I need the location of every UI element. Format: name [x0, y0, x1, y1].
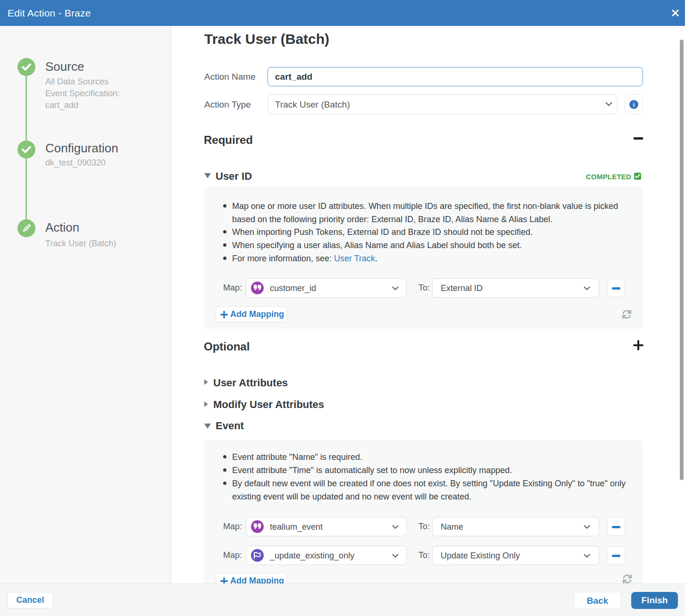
- svg-text:i: i: [633, 101, 635, 108]
